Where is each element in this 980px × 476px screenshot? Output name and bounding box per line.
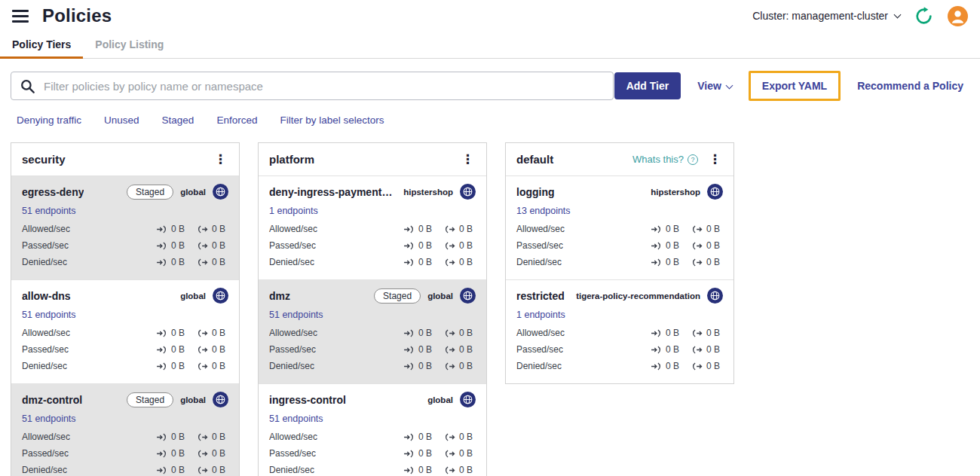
app-header: Policies Cluster: management-cluster	[0, 0, 980, 32]
egress-traffic-icon	[444, 466, 455, 474]
metric-label: Allowed/sec	[516, 328, 565, 338]
endpoints-link[interactable]: 51 endpoints	[269, 413, 323, 424]
globe-icon	[460, 184, 476, 200]
metric-value: 0 B	[418, 328, 432, 338]
kebab-menu-icon[interactable]: ⋮	[707, 153, 723, 166]
metric-value: 0 B	[706, 257, 720, 267]
ingress-traffic-icon	[403, 433, 415, 441]
endpoints-link[interactable]: 51 endpoints	[22, 310, 76, 320]
egress-traffic-icon	[691, 329, 703, 337]
policy-name: ingress-control	[269, 394, 346, 406]
policy-filter-input[interactable]	[42, 79, 604, 93]
policy-card[interactable]: deny-ingress-paymentservi… hipstershop 1…	[259, 176, 486, 280]
tab-policy-listing[interactable]: Policy Listing	[83, 32, 176, 58]
ingress-traffic-icon	[651, 346, 662, 354]
ingress-traffic-icon	[156, 362, 167, 371]
ingress-traffic-icon	[156, 225, 167, 233]
kebab-menu-icon[interactable]: ⋮	[213, 153, 228, 166]
policy-card[interactable]: logging hipstershop 13 endpoints Allowed…	[506, 176, 733, 280]
metric-value: 0 B	[666, 344, 679, 355]
metric-label: Allowed/sec	[516, 224, 565, 234]
metric-row: Allowed/sec 0 B 0 B	[22, 221, 228, 237]
policy-card[interactable]: dmz Staged global 51 endpoints Allowed/s…	[259, 280, 486, 384]
ingress-traffic-icon	[651, 329, 662, 337]
add-tier-button[interactable]: Add Tier	[614, 72, 681, 99]
egress-traffic-icon	[691, 362, 703, 371]
policy-card[interactable]: allow-dns global 51 endpoints Allowed/se…	[11, 280, 239, 384]
metric-row: Allowed/sec 0 B 0 B	[269, 325, 476, 341]
export-yaml-highlight: Export YAML	[749, 71, 841, 101]
metric-label: Passed/sec	[269, 344, 316, 355]
egress-traffic-icon	[691, 225, 703, 233]
metric-label: Denied/sec	[22, 361, 67, 371]
egress-traffic-icon	[197, 258, 208, 267]
globe-icon	[213, 184, 228, 200]
filter-staged[interactable]: Staged	[162, 114, 194, 126]
recommend-policy-link[interactable]: Recommend a Policy	[857, 80, 963, 92]
info-icon: ?	[688, 154, 698, 165]
metric-value: 0 B	[212, 328, 225, 338]
tab-policy-tiers[interactable]: Policy Tiers	[0, 32, 83, 58]
ingress-traffic-icon	[403, 362, 415, 371]
metric-label: Passed/sec	[269, 240, 316, 251]
view-dropdown[interactable]: View	[697, 80, 732, 92]
kebab-menu-icon[interactable]: ⋮	[460, 153, 476, 166]
whats-this-link[interactable]: Whats this? ?	[632, 154, 698, 165]
metric-value: 0 B	[212, 465, 225, 475]
endpoints-link[interactable]: 51 endpoints	[22, 206, 76, 216]
metric-value: 0 B	[706, 344, 720, 355]
policy-card[interactable]: dmz-control Staged global 51 endpoints A…	[11, 384, 239, 476]
view-label: View	[697, 80, 721, 92]
export-yaml-button[interactable]: Export YAML	[751, 73, 838, 99]
metric-row: Denied/sec 0 B 0 B	[516, 358, 723, 374]
policy-card[interactable]: egress-deny Staged global 51 endpoints A…	[11, 176, 239, 280]
metric-label: Allowed/sec	[22, 328, 70, 338]
filter-enforced[interactable]: Enforced	[216, 114, 257, 126]
egress-traffic-icon	[197, 225, 208, 233]
tier-name: platform	[269, 153, 314, 166]
filter-unused[interactable]: Unused	[104, 114, 139, 126]
metric-label: Denied/sec	[516, 257, 562, 267]
filter-denying-traffic[interactable]: Denying traffic	[17, 114, 81, 126]
egress-traffic-icon	[691, 258, 703, 267]
policy-card[interactable]: ingress-control global 51 endpoints Allo…	[259, 384, 486, 476]
ingress-traffic-icon	[403, 258, 415, 267]
metric-value: 0 B	[418, 344, 432, 355]
metric-value: 0 B	[418, 361, 432, 371]
metric-value: 0 B	[171, 448, 185, 459]
cluster-selector[interactable]: Cluster: management-cluster	[752, 10, 900, 22]
metric-row: Allowed/sec 0 B 0 B	[22, 325, 228, 341]
metric-row: Passed/sec 0 B 0 B	[22, 341, 228, 358]
endpoints-link[interactable]: 1 endpoints	[269, 206, 318, 216]
metric-row: Denied/sec 0 B 0 B	[269, 462, 476, 476]
metric-value: 0 B	[171, 257, 185, 267]
policy-scope: global	[427, 291, 453, 301]
metric-value: 0 B	[666, 361, 679, 371]
egress-traffic-icon	[444, 258, 455, 267]
history-icon[interactable]	[914, 6, 934, 26]
globe-icon	[707, 288, 723, 304]
metric-value: 0 B	[171, 224, 185, 234]
egress-traffic-icon	[691, 346, 703, 354]
endpoints-link[interactable]: 51 endpoints	[269, 310, 323, 320]
metric-value: 0 B	[212, 240, 225, 251]
globe-icon	[707, 184, 723, 200]
metric-label: Allowed/sec	[269, 224, 317, 234]
metric-label: Allowed/sec	[269, 432, 317, 442]
endpoints-link[interactable]: 13 endpoints	[516, 206, 571, 216]
egress-traffic-icon	[444, 242, 455, 250]
metric-row: Passed/sec 0 B 0 B	[22, 237, 228, 254]
policy-name: dmz-control	[22, 394, 82, 406]
endpoints-link[interactable]: 51 endpoints	[22, 413, 76, 424]
filter-label-selectors[interactable]: Filter by label selectors	[280, 114, 384, 126]
policy-card[interactable]: restricted tigera-policy-recommendation …	[506, 280, 733, 383]
page-title: Policies	[42, 5, 112, 26]
metric-label: Allowed/sec	[22, 432, 70, 442]
tier-card-default: default Whats this? ? ⋮ logging hipsters…	[505, 142, 734, 384]
user-avatar[interactable]	[948, 6, 968, 26]
endpoints-link[interactable]: 1 endpoints	[516, 310, 565, 320]
tier-card-security: security ⋮ egress-deny Staged global 51 …	[11, 142, 240, 476]
policy-scope: global	[427, 395, 453, 404]
menu-icon[interactable]	[12, 8, 29, 24]
ingress-traffic-icon	[403, 466, 415, 474]
